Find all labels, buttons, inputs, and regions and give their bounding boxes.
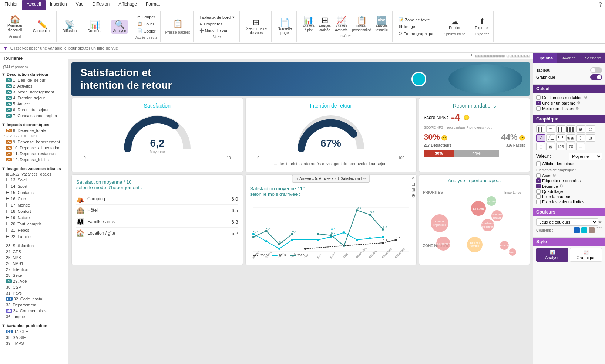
tree-item-31[interactable]: 31. Pays	[0, 290, 68, 296]
tab-affichage[interactable]: Affichage	[114, 0, 141, 10]
etiquette-checkbox[interactable]: ✓	[536, 178, 541, 183]
publier-btn[interactable]: ☁ Publier	[447, 17, 462, 31]
exporter-btn[interactable]: ⬆ Exporter	[474, 17, 491, 31]
analyse-text-btn[interactable]: 🔤 Analysetextuelle	[374, 16, 390, 33]
tree-item-8[interactable]: 74 8. Depense_totale	[0, 127, 68, 133]
tree-item-38[interactable]: 38. SAISIE	[0, 334, 68, 340]
tree-item-25[interactable]: 25. NPS	[0, 255, 68, 261]
donut-btn[interactable]: ◎	[586, 125, 595, 133]
tab-scenario[interactable]: Scénario	[581, 53, 605, 63]
legende-settings-icon[interactable]: ⚙	[559, 184, 563, 188]
section-header-sejour[interactable]: ▼ Description du séjour	[0, 71, 68, 77]
panneau-accueil-btn[interactable]: 🏠 Panneaud'accueil	[6, 15, 24, 33]
radar-btn[interactable]: ⬡	[576, 134, 585, 142]
axes-checkbox[interactable]	[536, 173, 541, 178]
table-btn[interactable]: ⊞	[536, 143, 545, 150]
bar-chart-btn[interactable]: ▌▌	[536, 125, 545, 133]
donnees-btn[interactable]: 📊 Données	[86, 20, 104, 34]
tree-item-34[interactable]: ab 34. Commentaires	[0, 308, 68, 314]
tree-item-18[interactable]: ⊢ 18. Confort	[0, 208, 68, 215]
style-graphique-btn[interactable]: 📈 Graphique	[570, 248, 602, 262]
resize-icon[interactable]: ⊟	[411, 181, 416, 187]
valeurs-checkbox[interactable]	[536, 200, 541, 204]
style-analyse-btn[interactable]: 📊 Analyse	[536, 248, 568, 262]
gestionnaire-btn[interactable]: ⊞ Gestionnairede vues	[244, 18, 268, 35]
tree-item-33[interactable]: 33. Departement	[0, 302, 68, 308]
tree-item-11[interactable]: 74 11. Depense_restaurant	[0, 151, 68, 157]
kpi-btn[interactable]: 123	[556, 143, 565, 150]
diffusion-btn[interactable]: 📡 Diffusion	[61, 20, 78, 34]
tableau-perso-btn[interactable]: 📋 Tableaupersonnalisé	[351, 16, 373, 33]
tree-item-24[interactable]: 24. CES	[0, 249, 68, 255]
tree-item-2[interactable]: 74 2. Activites	[0, 83, 68, 89]
bubble-btn[interactable]: ◉◉	[566, 134, 575, 142]
copier-btn[interactable]: 📄 Copier	[136, 28, 157, 34]
forme-btn[interactable]: ⬡ Forme graphique	[397, 30, 436, 37]
tree-item-19[interactable]: ⊢ 19. Nature	[0, 215, 68, 221]
tree-item-16[interactable]: ⊢ 16. Club	[0, 196, 68, 202]
tree-item-39[interactable]: 39. TMPS	[0, 340, 68, 346]
bareme-settings-icon[interactable]: ⚙	[577, 101, 581, 105]
pie-btn[interactable]: ◕	[576, 125, 585, 133]
hauteur-checkbox[interactable]	[536, 194, 541, 199]
tooltip-info[interactable]: ℹ	[361, 177, 362, 181]
gauge-btn[interactable]: ◑	[586, 134, 595, 142]
classes-checkbox[interactable]	[536, 106, 541, 111]
gestion-checkbox[interactable]	[536, 95, 541, 100]
tableau-toggle[interactable]	[590, 67, 602, 73]
tree-item-4[interactable]: 74 4. Premier_sejour	[0, 95, 68, 101]
tree-item-9[interactable]: 74 9. Depense_hebergement	[0, 139, 68, 145]
graphique-toggle[interactable]	[590, 74, 602, 80]
plus-button[interactable]: +	[411, 72, 426, 86]
image-btn[interactable]: 🖼 Image	[397, 24, 436, 30]
section-header-publication[interactable]: ▼ Variables publication	[0, 323, 68, 329]
section-header-vacances[interactable]: ▼ Image des vacances idéales	[0, 166, 68, 171]
map-btn[interactable]: 🗺	[566, 143, 575, 150]
swatch-brown[interactable]	[589, 227, 595, 233]
horiz-bar-btn[interactable]: ≡	[546, 125, 555, 133]
couper-btn[interactable]: ✂ Couper	[136, 14, 157, 20]
conception-btn[interactable]: ✏️ Conception	[31, 20, 53, 34]
tab-format[interactable]: Format	[141, 0, 164, 10]
tab-vue[interactable]: Vue	[71, 0, 88, 10]
zone-texte-btn[interactable]: 📝 Zone de texte	[397, 17, 436, 23]
nouvelle-page-btn[interactable]: 📄 Nouvellepage	[276, 18, 293, 35]
analyse-plat-btn[interactable]: 📊 Analyseà plat	[301, 16, 316, 33]
close-chart-icon[interactable]: ✕	[411, 176, 416, 181]
scatter-btn[interactable]: ⋮⋮	[556, 134, 565, 142]
tree-item-6[interactable]: 74 6. Duree_du_sejour	[0, 107, 68, 113]
tree-item-29[interactable]: 74 29. Age	[0, 278, 68, 284]
coller-btn[interactable]: 📋 Coller	[136, 21, 157, 27]
tree-item-37[interactable]: C1 37. CLE	[0, 329, 68, 334]
quadrillage-checkbox[interactable]	[536, 189, 541, 194]
analyse-avancee-btn[interactable]: 📈 Analyseavancée	[334, 16, 349, 33]
swatch-blue[interactable]	[574, 227, 580, 233]
tree-item-1322[interactable]: ⊞ 13-22. Vacances_ideales	[0, 171, 68, 177]
legende-checkbox[interactable]: ✓	[536, 184, 541, 188]
tree-item-26[interactable]: 26. NPS1	[0, 261, 68, 266]
tree-item-32[interactable]: C1 32. Code_postal	[0, 296, 68, 302]
tree-item-36[interactable]: 36. langue	[0, 314, 68, 320]
settings-icon[interactable]: ⚙	[411, 193, 416, 198]
section-header-impacts[interactable]: ▼ Impacts économiques	[0, 122, 68, 127]
tree-item-27[interactable]: 27. Intention	[0, 266, 68, 272]
swatch-teal[interactable]	[581, 227, 587, 233]
tree-item-22[interactable]: ⊢ 22. Famille	[0, 234, 68, 240]
tab-avance[interactable]: Avancé	[557, 53, 581, 63]
proprietes-btn[interactable]: ⚙ Propriétés	[198, 21, 236, 27]
axes-settings-icon[interactable]: ⚙	[552, 173, 556, 178]
tree-item-17[interactable]: ⊢ 17. Monde	[0, 202, 68, 208]
heatmap-btn[interactable]: ⊠	[546, 143, 555, 150]
tree-item-28[interactable]: 28. Sexe	[0, 272, 68, 278]
expand-icon[interactable]: ⊞	[411, 187, 416, 193]
grouped-bar-btn[interactable]: ▌▌▌	[566, 125, 575, 133]
tab-options[interactable]: Options	[533, 53, 557, 63]
nouvelle-vue-btn[interactable]: ➕ Nouvelle vue	[198, 28, 236, 34]
tree-item-7[interactable]: 74 7. Connaissance_region	[0, 113, 68, 119]
line-btn[interactable]: ╱	[536, 134, 545, 142]
presse-btn[interactable]: 📋	[170, 19, 185, 29]
tableaux-dropdown[interactable]: Tableaux de bord ▼	[198, 14, 236, 20]
tooltip-edit[interactable]: ✏	[363, 177, 366, 181]
tree-item-3[interactable]: 74 3. Mode_hebergement	[0, 89, 68, 95]
tab-fichier[interactable]: Fichier	[0, 0, 22, 10]
